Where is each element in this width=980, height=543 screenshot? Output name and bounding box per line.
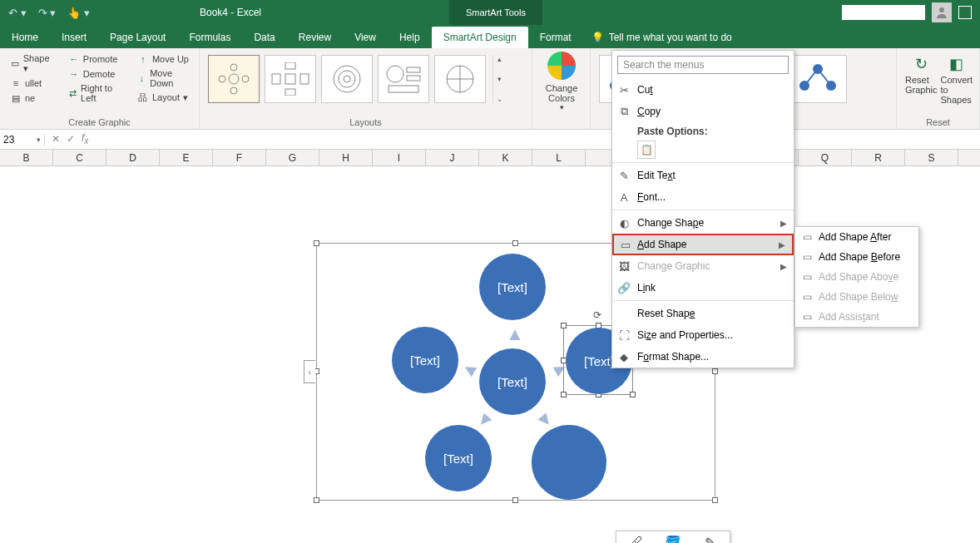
col-R[interactable]: R: [852, 150, 905, 165]
resize-handle[interactable]: [512, 497, 518, 503]
assistant-icon: ▭: [800, 311, 814, 323]
ctx-change-shape[interactable]: ◐Change Shape▶: [612, 212, 794, 234]
layout-thumb-5[interactable]: [434, 55, 486, 103]
layout-thumb-2[interactable]: [265, 55, 316, 103]
promote-button[interactable]: ←Promote: [65, 52, 124, 67]
add-bullet-button[interactable]: ≡ullet: [7, 76, 55, 91]
resize-handle[interactable]: [712, 497, 718, 503]
resize-handle[interactable]: [561, 323, 567, 328]
resize-handle[interactable]: [512, 240, 518, 246]
convert-button[interactable]: ◧Convert to Shapes: [941, 53, 973, 105]
tell-me[interactable]: 💡 Tell me what you want to do: [591, 32, 732, 48]
col-L[interactable]: L: [532, 150, 586, 165]
ctx-cut[interactable]: ✂Cut: [612, 79, 794, 101]
smartart-center-node[interactable]: [Text]: [479, 348, 546, 415]
style-thumb-2[interactable]: [789, 55, 847, 103]
rotate-handle[interactable]: ⟳: [593, 309, 601, 321]
change-colors-button[interactable]: Change Colors ▾: [539, 50, 584, 111]
tab-view[interactable]: View: [343, 27, 388, 48]
tab-smartart-design[interactable]: SmartArt Design: [432, 27, 528, 48]
tab-data[interactable]: Data: [242, 27, 286, 48]
mini-style-button[interactable]: 🖊Style: [620, 535, 653, 543]
undo-button[interactable]: ↶ ▾: [5, 5, 30, 21]
signin-box[interactable]: [842, 5, 925, 20]
ctx-format-shape[interactable]: ◆Format Shape...: [612, 346, 794, 368]
tab-page-layout[interactable]: Page Layout: [98, 27, 177, 48]
ctx-copy[interactable]: ⧉Copy: [612, 101, 794, 122]
svg-rect-17: [389, 86, 418, 92]
tab-help[interactable]: Help: [388, 27, 432, 48]
enter-icon[interactable]: ✓: [67, 133, 75, 145]
col-H[interactable]: H: [319, 150, 373, 165]
gallery-more[interactable]: ⌄: [493, 95, 506, 103]
text-pane-toggle[interactable]: ‹: [304, 360, 315, 383]
smartart-node[interactable]: [Text]: [425, 425, 492, 491]
reset-graphic-button[interactable]: ↻Reset Graphic: [905, 53, 938, 105]
smartart-node[interactable]: [Text]: [392, 327, 458, 393]
ctx-link[interactable]: 🔗Link: [612, 277, 794, 299]
col-F[interactable]: F: [213, 150, 266, 165]
col-C[interactable]: C: [53, 150, 106, 165]
bucket-icon: 🪣: [665, 535, 681, 543]
add-shape-before[interactable]: ▭Add Shape Before: [795, 247, 918, 267]
right-to-left-button[interactable]: ⇄Right to Left: [65, 81, 124, 105]
gallery-scroll-down[interactable]: ▾: [493, 75, 506, 83]
resize-handle[interactable]: [314, 497, 319, 503]
add-shape-below: ▭Add Shape Below: [795, 287, 918, 307]
smartart-node[interactable]: [Text]: [479, 254, 546, 320]
move-up-button[interactable]: ↑Move Up: [134, 52, 192, 67]
ctx-edit-text[interactable]: ✎Edit Text: [612, 165, 794, 186]
col-I[interactable]: I: [373, 150, 426, 165]
tab-home[interactable]: Home: [0, 27, 50, 48]
layout-thumb-3[interactable]: [321, 55, 373, 103]
ribbon-display-options[interactable]: [958, 6, 972, 19]
ctx-size-props[interactable]: ⛶Size and Properties...: [612, 324, 794, 346]
textpane-icon: ▤: [10, 92, 22, 104]
color-wheel-icon: [547, 52, 576, 80]
svg-line-29: [804, 69, 818, 86]
menu-search[interactable]: Search the menus: [617, 56, 789, 74]
resize-handle[interactable]: [630, 392, 636, 397]
add-shape-after[interactable]: ▭Add Shape After: [795, 227, 918, 247]
col-E[interactable]: E: [160, 150, 213, 165]
resize-handle[interactable]: [561, 392, 567, 397]
ctx-paste-option[interactable]: 📋: [637, 141, 656, 159]
tab-insert[interactable]: Insert: [50, 27, 98, 48]
resize-handle[interactable]: [314, 240, 319, 246]
smartart-node[interactable]: [532, 425, 606, 500]
ctx-font[interactable]: AFont...: [612, 186, 794, 208]
avatar[interactable]: [932, 2, 952, 22]
tab-format[interactable]: Format: [528, 27, 583, 48]
ctx-reset-shape[interactable]: Reset Shape: [612, 303, 794, 324]
col-B[interactable]: B: [0, 150, 53, 165]
col-K822[interactable]: K: [479, 150, 532, 165]
mini-fill-button[interactable]: 🪣Fill: [656, 535, 690, 543]
col-D[interactable]: D: [106, 150, 160, 165]
group-change-colors: Change Colors ▾: [532, 48, 591, 129]
worksheet-canvas[interactable]: ‹ [Text] [Text] [Text] [Text] ▲ ▲ ▲ ▲ ▲ …: [0, 166, 980, 543]
tab-formulas[interactable]: Formulas: [177, 27, 242, 48]
add-shape-button[interactable]: ▭Shape ▾: [7, 52, 55, 76]
gallery-scroll-up[interactable]: ▴: [493, 55, 506, 63]
resize-handle[interactable]: [712, 368, 718, 374]
fx-icon[interactable]: fx: [82, 132, 88, 146]
move-down-button[interactable]: ↓Move Down: [134, 67, 192, 90]
text-pane-button[interactable]: ▤ne: [7, 91, 55, 106]
redo-button[interactable]: ↷ ▾: [35, 5, 60, 21]
touch-mouse-button[interactable]: 👆 ▾: [64, 5, 93, 21]
col-G[interactable]: G: [266, 150, 319, 165]
name-box[interactable]: 23▾: [0, 134, 45, 146]
layout-thumb-1[interactable]: [208, 55, 260, 103]
col-S[interactable]: S: [905, 150, 958, 165]
formula-bar: 23▾ ✕ ✓ fx: [0, 130, 980, 150]
col-Q[interactable]: Q: [799, 150, 852, 165]
layout-thumb-4[interactable]: [378, 55, 429, 103]
demote-button[interactable]: →Demote: [65, 67, 124, 81]
ctx-add-shape[interactable]: ▭Add Shape▶: [612, 234, 794, 255]
cancel-icon[interactable]: ✕: [52, 133, 60, 145]
add-shape-submenu: ▭Add Shape After ▭Add Shape Before ▭Add …: [794, 226, 919, 328]
mini-outline-button[interactable]: ✎Outline: [693, 535, 726, 543]
tab-review[interactable]: Review: [287, 27, 343, 48]
layout-button[interactable]: 品Layout ▾: [134, 90, 192, 105]
col-J[interactable]: J: [426, 150, 479, 165]
